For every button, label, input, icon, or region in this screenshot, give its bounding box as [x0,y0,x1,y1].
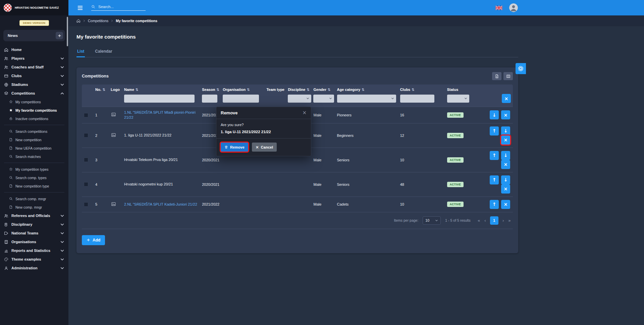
current-page-button[interactable]: 1 [490,216,498,225]
row-checkbox[interactable] [84,113,88,117]
sidebar-scrollbar[interactable] [67,17,68,46]
col-discipline[interactable]: Discipline⇅ [286,85,311,92]
next-page-button[interactable]: › [502,218,504,223]
filter-name-input[interactable] [124,95,195,103]
row-move-down-button[interactable]: ↓ [501,175,510,184]
row-checkbox[interactable] [84,202,88,207]
sort-icon[interactable]: ⇅ [216,88,219,92]
news-button[interactable]: News [3,30,65,41]
row-remove-button[interactable]: × [501,110,510,119]
filter-age_category-select[interactable] [337,95,396,103]
clear-filters-button[interactable]: × [502,94,511,103]
tab-list[interactable]: List [76,46,85,57]
competition-name-link[interactable]: Hrvatski Telekom Prva liga 20/21 [124,158,178,162]
sort-icon[interactable]: ⇅ [103,88,106,92]
competition-name-link[interactable]: 1.NL "SREDIŠTA SPLIT Mlađi pioniri-Pioni… [124,110,196,119]
sidebar-subitem-new-competition[interactable]: New competition [0,136,68,144]
sort-icon[interactable]: ⇅ [362,88,365,92]
sort-icon[interactable]: ⇅ [136,88,139,92]
col-organisation[interactable]: Organisation⇅ [221,85,264,92]
col-age_category[interactable]: Age category⇅ [335,85,398,92]
competition-name-link[interactable]: 1. liga U-11 2021/2022 21/22 [124,133,171,137]
sidebar-item-players[interactable]: Players [0,54,68,63]
sidebar-subitem-search-matches[interactable]: Search matches [0,152,68,161]
add-news-button[interactable] [56,32,63,39]
sidebar-subitem-search-comp-mngr[interactable]: Search comp. mngr [0,195,68,203]
first-page-button[interactable]: « [478,218,480,223]
row-move-up-button[interactable]: ↑ [490,126,499,136]
modal-remove-button[interactable]: Remove [221,143,248,152]
sort-icon[interactable]: ⇅ [328,88,331,92]
global-search[interactable] [91,5,146,11]
filter-season-input[interactable] [202,95,217,103]
modal-close-icon[interactable]: × [302,110,307,115]
row-checkbox[interactable] [84,182,88,186]
row-move-up-button[interactable]: ↑ [490,200,499,209]
sidebar-item-coaches-and-staff[interactable]: Coaches and Staff [0,63,68,71]
row-move-down-button[interactable]: ↓ [501,126,510,136]
col-clubs[interactable]: Clubs⇅ [398,85,445,92]
search-input[interactable] [98,5,140,9]
sort-icon[interactable]: ⇅ [412,88,415,92]
columns-button[interactable] [503,72,513,80]
row-move-down-button[interactable]: ↓ [490,110,499,119]
filter-clubs-input[interactable] [400,95,434,103]
sidebar-item-home[interactable]: Home [0,45,68,54]
sidebar-subitem-my-competitions[interactable]: My competitions [0,98,68,106]
breadcrumb-item-competitions[interactable]: Competitions [88,19,108,23]
sidebar-subitem-inactive-competitions[interactable]: Inactive competitions [0,114,68,123]
sidebar-subitem-search-competitions[interactable]: Search competitions [0,127,68,136]
col-no[interactable]: No.⇅ [93,85,109,92]
filter-status-select[interactable] [447,95,469,103]
language-flag-icon[interactable] [495,6,502,10]
home-icon[interactable] [76,19,80,23]
row-remove-button[interactable]: × [501,184,510,194]
sidebar-item-organisations[interactable]: Organisations [0,237,68,246]
items-per-page-select[interactable]: 10 [423,216,441,225]
col-gender[interactable]: Gender⇅ [311,85,335,92]
user-avatar[interactable] [509,3,518,12]
tab-calendar[interactable]: Calendar [94,46,113,57]
modal-cancel-button[interactable]: × Cancel [252,143,277,152]
row-checkbox[interactable] [84,158,88,162]
row-move-up-button[interactable]: ↑ [490,175,499,184]
sidebar-subitem-search-comp-types[interactable]: Search comp. types [0,173,68,182]
filter-organisation-input[interactable] [223,95,259,103]
sidebar-item-reports-and-statistics[interactable]: Reports and Statistics [0,246,68,255]
row-remove-button[interactable]: × [501,136,510,145]
competition-name-link[interactable]: Hrvatski nogometni kup 20/21 [124,182,173,186]
sidebar-item-administration[interactable]: Administration [0,264,68,272]
row-remove-button[interactable]: × [501,160,510,169]
sidebar-item-competitions[interactable]: Competitions [0,89,68,98]
sidebar-subitem-new-comp-mngr[interactable]: New comp. mngr [0,203,68,211]
sidebar-subitem-my-competition-types[interactable]: My competition types [0,165,68,173]
sidebar-item-national-teams[interactable]: National Teams [0,229,68,237]
add-button[interactable]: Add [82,235,105,245]
sidebar-subitem-my-favorite-competitions[interactable]: My favorite competitions [0,106,68,114]
row-remove-button[interactable]: × [501,200,510,209]
filter-discipline-select[interactable] [288,95,311,103]
export-button[interactable] [492,72,501,80]
hamburger-menu-icon[interactable] [76,5,84,11]
sort-icon[interactable]: ⇅ [247,88,250,92]
col-name[interactable]: Name⇅ [122,85,200,92]
sidebar-item-stadiums[interactable]: Stadiums [0,80,68,89]
sidebar-item-disciplinary[interactable]: Disciplinary [0,220,68,229]
row-checkbox[interactable] [84,133,88,138]
row-move-up-button[interactable]: ↑ [490,151,499,160]
sidebar-item-referees-and-officials[interactable]: Referees and Officials [0,211,68,220]
row-move-down-button[interactable]: ↓ [501,151,510,160]
sort-icon[interactable]: ⇅ [307,88,310,92]
competition-name-link[interactable]: 2.NL "SREDIŠTA SPLIT Kadeti-Juniori 21/2… [124,202,197,206]
sidebar-item-theme-examples[interactable]: Theme examples [0,255,68,264]
prev-page-button[interactable]: ‹ [484,218,486,223]
sidebar-item-clubs[interactable]: Clubs [0,71,68,80]
theme-settings-button[interactable] [516,63,526,74]
cell-organisation [221,172,264,197]
filter-gender-select[interactable] [313,95,334,103]
breadcrumb-item-my-favorite-competitions[interactable]: My favorite competitions [116,19,157,23]
col-season[interactable]: Season⇅ [200,85,221,92]
sidebar-subitem-new-competition-type[interactable]: New competition type [0,182,68,190]
last-page-button[interactable]: » [508,218,511,223]
sidebar-subitem-new-uefa-competition[interactable]: New UEFA competition [0,144,68,152]
